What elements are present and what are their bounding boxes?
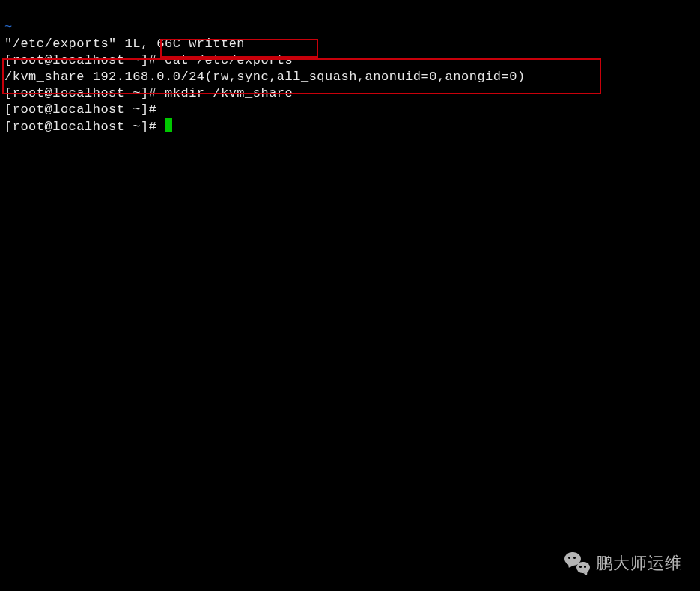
prompt-2: [root@localhost ~]# [4,86,165,100]
wechat-icon [564,552,590,575]
terminal-cursor [165,118,172,132]
prompt-3: [root@localhost ~]# [4,102,165,117]
terminal-output[interactable]: ~ "/etc/exports" 1L, 66C written [root@l… [0,0,700,138]
command-mkdir: mkdir /kvm_share [165,86,293,100]
prompt-1: [root@localhost ~]# [4,53,165,67]
command-cat: cat /etc/exports [165,53,293,67]
exports-file-content: /kvm_share 192.168.0.0/24(rw,sync,all_sq… [4,70,526,84]
prompt-4: [root@localhost ~]# [4,120,165,134]
watermark-text: 鹏大师运维 [596,555,682,572]
watermark: 鹏大师运维 [564,552,682,575]
vim-write-msg: "/etc/exports" 1L, 66C written [4,37,245,51]
vim-tilde: ~ [4,20,13,34]
